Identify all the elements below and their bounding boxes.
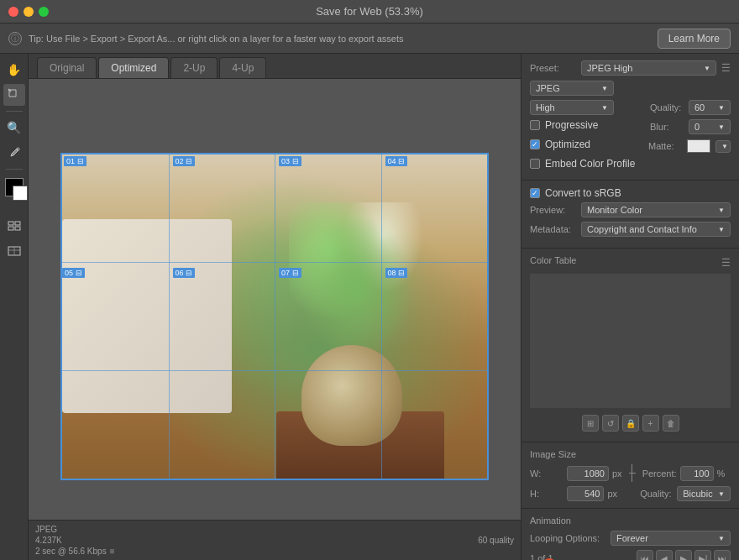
preview-arrow: ▼ [718, 207, 725, 214]
learn-more-button[interactable]: Learn More [658, 29, 731, 49]
width-input[interactable]: 1080 [567, 466, 609, 481]
looping-dropdown[interactable]: Forever ▼ [611, 531, 731, 546]
first-frame-button[interactable]: ⏮ [637, 550, 653, 560]
minimize-button[interactable] [24, 7, 34, 17]
color-table-menu-icon[interactable]: ☰ [721, 257, 731, 269]
looping-value: Forever [616, 533, 648, 543]
color-reload-icon[interactable]: ↺ [602, 415, 619, 432]
resample-dropdown[interactable]: Bicubic ▼ [677, 486, 731, 501]
main-layout: ✋ 🔍 [0, 54, 739, 560]
color-table-header: Color Table ☰ [530, 255, 731, 270]
convert-srgb-label: Convert to sRGB [545, 187, 621, 199]
format-dropdown[interactable]: JPEG ▼ [530, 81, 614, 96]
separator2 [6, 169, 23, 170]
traffic-lights [8, 7, 49, 17]
svg-rect-4 [15, 227, 20, 230]
file-format: JPEG [35, 525, 115, 534]
percent-label: Percent: [642, 468, 677, 479]
preset-menu-icon[interactable]: ☰ [721, 62, 731, 74]
canvas-image: 01 ⊟ 02 ⊟ 03 ⊟ 04 ⊟ 05 ⊟ 06 ⊟ 07 ⊟ 08 ⊟ [62, 154, 487, 479]
maximize-button[interactable] [39, 7, 49, 17]
preset-value: JPEG High [587, 63, 632, 73]
foreground-color[interactable] [5, 178, 24, 196]
quality-value-dropdown[interactable]: 60 ▼ [689, 100, 731, 115]
preview-dropdown[interactable]: Monitor Color ▼ [581, 202, 731, 217]
blur-label: Blur: [650, 122, 684, 132]
matte-label: Matte: [648, 141, 682, 151]
format-dropdown-arrow: ▼ [601, 85, 608, 92]
width-row: W: 1080 px Percent: 100 % [530, 464, 731, 482]
quality-value-arrow: ▼ [718, 104, 725, 112]
convert-srgb-checkbox[interactable]: ✓ [530, 188, 540, 198]
metadata-dropdown[interactable]: Copyright and Contact Info ▼ [581, 222, 731, 237]
preview-toggle[interactable] [3, 240, 25, 262]
tab-original[interactable]: Original [37, 57, 97, 78]
matte-dropdown[interactable]: ▼ [715, 140, 731, 153]
hand-tool[interactable]: ✋ [3, 59, 25, 81]
close-button[interactable] [8, 7, 18, 17]
matte-color-box[interactable] [687, 139, 710, 153]
quality-level-dropdown[interactable]: High ▼ [530, 100, 614, 115]
preset-dropdown-arrow: ▼ [704, 65, 710, 72]
animation-section: Animation Looping Options: Forever ▼ 1 o… [521, 509, 739, 560]
preview-value: Monitor Color [587, 205, 642, 215]
progressive-checkbox-row: Progressive [530, 119, 598, 131]
last-frame-button[interactable]: ⏭ [714, 550, 731, 560]
blur-dropdown[interactable]: 0 ▼ [689, 119, 731, 134]
tab-optimized[interactable]: Optimized [98, 57, 169, 78]
link-proportional[interactable] [629, 464, 636, 482]
looping-arrow: ▼ [718, 535, 725, 542]
quality-level-value: High [536, 102, 555, 113]
quality-label: Quality: [650, 102, 684, 113]
prev-frame-button[interactable]: ◀ [656, 550, 673, 560]
percent-input[interactable]: 100 [680, 466, 714, 481]
format-value: JPEG [536, 83, 560, 93]
preset-row: Preset: JPEG High ▼ ☰ [530, 60, 731, 76]
slice-select-tool[interactable] [3, 84, 25, 106]
embed-color-label: Embed Color Profile [545, 158, 635, 170]
tab-2up[interactable]: 2-Up [170, 57, 218, 78]
animation-label: Animation [530, 516, 731, 526]
preset-label: Preset: [530, 63, 576, 73]
blur-arrow: ▼ [718, 123, 725, 131]
matte-arrow: ▼ [721, 143, 728, 150]
separator [6, 111, 23, 112]
preset-dropdown[interactable]: JPEG High ▼ [581, 60, 716, 76]
file-info: JPEG 4.237K 2 sec @ 56.6 Kbps ≡ [35, 525, 115, 556]
embed-color-checkbox[interactable] [530, 159, 540, 169]
optimized-checkbox[interactable]: ✓ [530, 139, 540, 149]
next-frame-button[interactable]: ▶| [694, 550, 711, 560]
convert-srgb-row: ✓ Convert to sRGB [530, 187, 731, 199]
svg-rect-2 [15, 222, 20, 225]
color-section: ✓ Convert to sRGB Preview: Monitor Color… [521, 181, 739, 249]
progressive-checkbox[interactable] [530, 120, 540, 130]
width-unit: px [612, 468, 622, 479]
height-unit: px [607, 489, 617, 499]
canvas-area: Original Optimized 2-Up 4-Up [29, 54, 521, 560]
eyedropper-tool[interactable] [3, 142, 25, 164]
play-button[interactable]: ▶ [675, 550, 692, 560]
progressive-label: Progressive [545, 119, 598, 131]
right-panel: Preset: JPEG High ▼ ☰ JPEG ▼ High ▼ [521, 54, 739, 560]
quality-info: 60 quality [478, 536, 514, 545]
quality-level-row: High ▼ Quality: 60 ▼ [530, 100, 731, 115]
canvas-viewport[interactable]: 01 ⊟ 02 ⊟ 03 ⊟ 04 ⊟ 05 ⊟ 06 ⊟ 07 ⊟ 08 ⊟ [29, 79, 521, 520]
tab-4up[interactable]: 4-Up [219, 57, 266, 78]
metadata-value: Copyright and Contact Info [587, 224, 697, 234]
canvas-frame: 01 ⊟ 02 ⊟ 03 ⊟ 04 ⊟ 05 ⊟ 06 ⊟ 07 ⊟ 08 ⊟ [60, 153, 489, 480]
file-size: 4.237K [35, 536, 115, 545]
color-map-icon[interactable]: ⊞ [582, 415, 599, 432]
tab-bar: Original Optimized 2-Up 4-Up [29, 54, 521, 79]
slice-visibility-toggle[interactable] [3, 215, 25, 237]
color-add-icon[interactable]: + [642, 415, 659, 432]
percent-unit: % [717, 468, 726, 479]
color-lock-icon[interactable]: 🔒 [622, 415, 639, 432]
tip-text: Tip: Use File > Export > Export As... or… [29, 34, 651, 44]
color-delete-icon[interactable]: 🗑 [663, 415, 679, 432]
zoom-tool[interactable]: 🔍 [3, 117, 25, 139]
pot-element [301, 345, 402, 446]
tip-bar: ⓘ Tip: Use File > Export > Export As... … [0, 24, 739, 54]
height-input[interactable]: 540 [567, 486, 604, 501]
height-label: H: [530, 489, 563, 499]
preview-label: Preview: [530, 205, 576, 215]
